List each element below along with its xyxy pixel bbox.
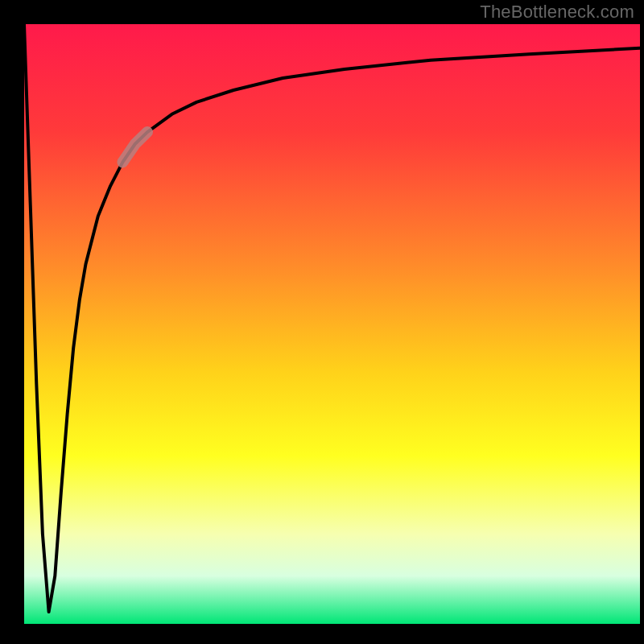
chart-svg [24, 24, 640, 624]
chart-plot-area [24, 24, 640, 624]
chart-frame: TheBottleneck.com [0, 0, 644, 644]
watermark-text: TheBottleneck.com [480, 2, 634, 23]
gradient-background [24, 24, 640, 624]
